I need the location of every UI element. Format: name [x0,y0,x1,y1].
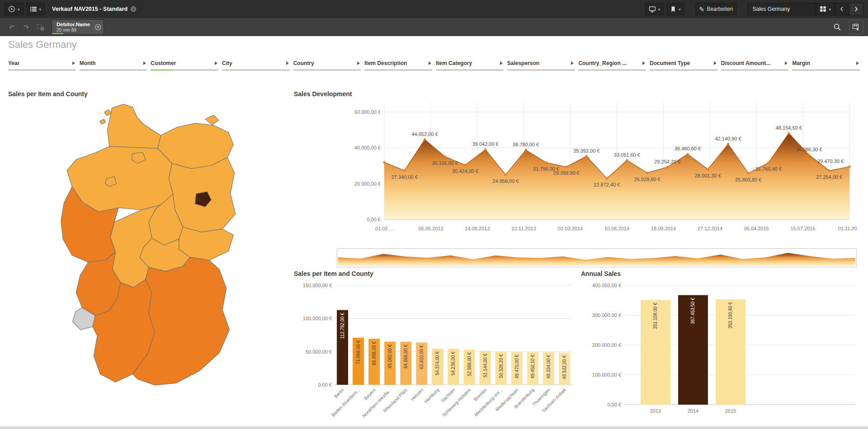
chevron-right-icon[interactable] [286,61,289,65]
data-point[interactable] [747,172,750,174]
data-point[interactable] [525,149,527,151]
filter-underline [80,70,147,70]
filter-underline [293,70,361,70]
search-icon [833,23,841,31]
bookmarks-button[interactable] [666,3,684,15]
data-point[interactable] [707,168,709,170]
data-point[interactable] [585,155,588,157]
sales-development-chart[interactable]: 01.02....06.05.201314.08.201322.11.20130… [294,99,857,243]
state-schleswig-holstein[interactable] [107,104,160,152]
selections-tool-button[interactable] [849,20,863,34]
data-point[interactable] [808,154,810,156]
data-point[interactable] [403,169,406,172]
data-point[interactable] [727,143,729,145]
filter-country[interactable]: Country [293,59,361,70]
data-point[interactable] [565,166,567,168]
presentation-mode-button[interactable] [645,3,664,15]
navigator-mini-chart[interactable] [337,249,856,267]
app-title: Verkauf NAV2015 - Standard [52,6,137,12]
chevron-right-icon[interactable] [500,61,503,65]
filter-year[interactable]: Year [8,59,76,70]
selection-chip-debitor-name[interactable]: Debitor.Name 20 von 89 [52,19,104,35]
filter-item-description[interactable]: Item Description [364,59,432,70]
next-sheet-button[interactable] [849,3,863,15]
svg-text:31.760,40 €: 31.760,40 € [755,166,782,172]
previous-sheet-button[interactable] [835,3,849,15]
data-point[interactable] [626,159,628,161]
sheet-list-button[interactable] [816,3,835,15]
data-point[interactable] [383,161,385,163]
list-icon [30,6,37,12]
chevron-right-icon[interactable] [785,61,788,65]
filter-customer[interactable]: Customer [151,59,218,70]
data-point[interactable] [646,172,648,174]
chevron-right-icon[interactable] [429,61,431,65]
svg-text:06.04.2015: 06.04.2015 [744,226,769,231]
data-point[interactable] [444,155,446,158]
data-point[interactable] [545,161,547,163]
filter-city[interactable]: City [222,59,290,70]
svg-text:351.108,00 €: 351.108,00 € [653,303,658,329]
island-icon[interactable] [205,115,219,125]
island-icon[interactable] [100,119,106,124]
filter-margin[interactable]: Margin [792,59,860,70]
navigation-menu-button[interactable] [5,3,24,15]
chevron-down-icon [679,6,681,12]
chevron-right-icon[interactable] [357,61,360,65]
chevron-right-icon[interactable] [714,61,717,65]
smart-search-button[interactable] [830,20,844,34]
filter-label: Month [80,60,96,66]
chevron-right-icon[interactable] [143,61,146,65]
filter-salesperson[interactable]: Salesperson [507,59,575,70]
step-back-button[interactable]: ↶ [5,20,19,34]
filter-underline [650,70,717,70]
svg-text:400.000,00 €: 400.000,00 € [592,283,621,288]
data-point[interactable] [424,138,426,140]
data-point[interactable] [464,164,466,166]
app-title-text: Verkauf NAV2015 - Standard [52,6,127,12]
data-point[interactable] [848,166,850,168]
data-point[interactable] [788,132,790,134]
selections-bar-right [830,20,863,34]
filter-document-type[interactable]: Document Type [650,59,717,70]
data-point[interactable] [828,169,830,172]
filter-bar: YearMonthCustomerCityCountryItem Descrip… [8,59,860,71]
step-forward-button[interactable]: ↷ [19,20,33,34]
chevron-left-icon [839,6,844,12]
sales-per-county-bar-chart[interactable]: 0,00 €50.000,00 €100.000,00 €150.000,00 … [294,280,574,424]
chevron-right-icon[interactable] [215,61,217,65]
close-icon [95,24,101,30]
data-point[interactable] [666,166,669,168]
germany-choropleth-map[interactable] [27,102,262,424]
data-point[interactable] [505,173,507,176]
filter-country-region[interactable]: Country_Region ... [578,59,646,70]
clear-all-selections-button[interactable] [33,20,48,34]
navigator-area[interactable] [338,253,855,266]
filter-label: Customer [151,60,176,66]
data-point[interactable] [686,153,689,155]
annual-sales-bar-chart[interactable]: 0,00 €100.000,00 €200.000,00 €300.000,00… [581,280,859,423]
edit-button[interactable]: ✎ Bearbeiten [695,3,737,15]
chevron-right-icon[interactable] [571,61,574,65]
chevron-right-icon[interactable] [856,61,859,65]
filter-month[interactable]: Month [80,59,147,70]
chevron-right-icon[interactable] [642,61,645,65]
filter-label: City [222,60,232,66]
chevron-right-icon[interactable] [72,61,75,65]
filter-discount-amount[interactable]: Discount Amount... [721,59,789,70]
filter-item-category[interactable]: Item Category [436,59,504,70]
chart-navigator[interactable] [337,248,857,267]
svg-text:54.236,00 €: 54.236,00 € [451,351,456,375]
sheet-name-text: Sales Germany [752,6,790,12]
svg-text:100.000,00 €: 100.000,00 € [303,316,332,321]
chevron-down-icon [18,6,20,12]
data-point[interactable] [484,149,486,151]
svg-text:63.810,00 €: 63.810,00 € [419,345,424,369]
remove-selection-button[interactable] [95,24,101,32]
svg-text:29.399,90 €: 29.399,90 € [553,170,580,176]
map-panel-title: Sales per Item and County [8,90,88,98]
app-overview-button[interactable] [26,3,45,15]
data-point[interactable] [606,177,608,180]
data-point[interactable] [767,161,769,163]
svg-text:26.028,60 €: 26.028,60 € [634,177,660,182]
